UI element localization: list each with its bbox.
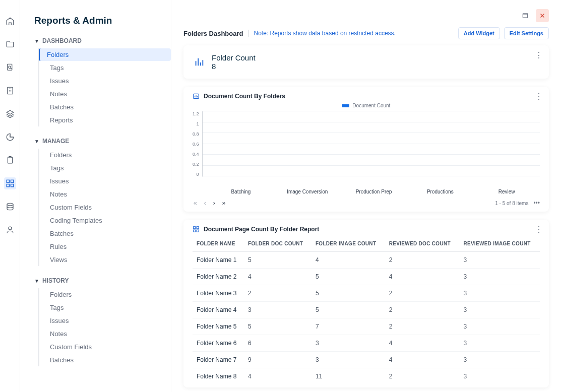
piechart-icon[interactable] <box>4 131 16 143</box>
sidebar-item[interactable]: Custom Fields <box>39 341 171 353</box>
table-cell: Folder Name 2 <box>193 269 244 285</box>
pager-last-icon[interactable]: » <box>221 200 227 207</box>
table-header[interactable]: REVIEWED DOC COUNT <box>385 236 460 252</box>
sidebar-item[interactable]: Folders <box>39 149 171 161</box>
database-icon[interactable] <box>4 201 16 213</box>
sidebar-item[interactable]: Tags <box>39 301 171 314</box>
folder-table: FOLDER NAMEFOLDER DOC COUNTFOLDER IMAGE … <box>193 236 540 384</box>
table-cell: 4 <box>244 368 311 385</box>
svg-point-9 <box>7 203 13 206</box>
page-count-table-widget: ⋮ Document Page Count By Folder Report F… <box>183 220 549 387</box>
table-header[interactable]: REVIEWED IMAGE COUNT <box>459 236 540 252</box>
edit-settings-button[interactable]: Edit Settings <box>504 27 549 39</box>
pager-first-icon[interactable]: « <box>193 200 198 207</box>
table-cell: 5 <box>311 285 385 302</box>
widget3-title: Document Page Count By Folder Report <box>204 226 319 233</box>
caret-down-icon: ▼ <box>34 278 39 284</box>
table-header[interactable]: FOLDER NAME <box>193 236 244 252</box>
table-row[interactable]: Folder Name 66343 <box>193 335 540 352</box>
sidebar-item[interactable]: Batches <box>39 354 171 366</box>
building-icon[interactable] <box>4 85 16 97</box>
table-cell: 6 <box>244 335 311 352</box>
table-cell: 2 <box>385 318 460 335</box>
section-header-dashboard[interactable]: ▼DASHBOARD <box>34 35 171 46</box>
sidebar-item[interactable]: Issues <box>39 75 171 87</box>
sidebar-item[interactable]: Batches <box>39 101 171 113</box>
table-cell: 5 <box>311 302 385 318</box>
table-row[interactable]: Folder Name 24543 <box>193 269 540 285</box>
chart-x-label: Review <box>473 189 540 194</box>
sidebar-item[interactable]: Folders <box>39 288 171 301</box>
table-cell: 3 <box>244 302 311 318</box>
sidebar-item[interactable]: Rules <box>39 240 171 253</box>
table-cell: 3 <box>459 269 540 285</box>
sidebar-item[interactable]: Coding Templates <box>39 214 171 227</box>
table-row[interactable]: Folder Name 43523 <box>193 302 540 318</box>
sidebar-item[interactable]: Reports <box>39 114 171 126</box>
sidebar-item[interactable]: Tags <box>39 61 171 74</box>
widget1-value: 8 <box>212 62 256 71</box>
table-cell: 2 <box>385 368 460 385</box>
pager-more-icon[interactable]: ••• <box>533 200 540 207</box>
page-title: Reports & Admin <box>34 15 171 26</box>
caret-down-icon: ▼ <box>34 139 39 144</box>
sidebar-item[interactable]: Batches <box>39 227 171 240</box>
table-row[interactable]: Folder Name 32523 <box>193 285 540 302</box>
pager-next-icon[interactable]: › <box>212 200 216 207</box>
table-cell: 3 <box>459 368 540 385</box>
svg-rect-15 <box>194 230 196 232</box>
caret-down-icon: ▼ <box>34 38 39 44</box>
search-doc-icon[interactable] <box>4 61 16 74</box>
table-row[interactable]: Folder Name 79343 <box>193 352 540 368</box>
svg-rect-8 <box>11 184 13 187</box>
chart-plot <box>202 111 540 177</box>
table-cell: 5 <box>244 252 311 269</box>
sidebar-item[interactable]: Notes <box>39 188 171 201</box>
sidebar-item[interactable]: Views <box>39 253 171 266</box>
chart-y-axis: 1.210.80.60.40.20 <box>193 111 202 177</box>
sidebar-item[interactable]: Custom Fields <box>39 201 171 214</box>
pager-prev-icon[interactable]: ‹ <box>203 200 207 207</box>
user-icon[interactable] <box>4 224 16 236</box>
sidebar-item[interactable]: Notes <box>39 88 171 100</box>
window-icon[interactable] <box>519 9 532 22</box>
sidebar-item[interactable]: Issues <box>39 175 171 187</box>
table-cell: Folder Name 7 <box>193 352 244 368</box>
svg-rect-6 <box>11 180 13 182</box>
table-cell: Folder Name 4 <box>193 302 244 318</box>
widget3-menu-icon[interactable]: ⋮ <box>535 225 543 234</box>
table-cell: 5 <box>244 318 311 335</box>
widget1-menu-icon[interactable]: ⋮ <box>535 50 543 60</box>
section-header-manage[interactable]: ▼MANAGE <box>34 136 171 147</box>
close-icon[interactable] <box>536 9 549 22</box>
folder-icon[interactable] <box>4 38 16 50</box>
table-cell: 3 <box>311 352 385 368</box>
sidebar-item[interactable]: Folders <box>39 48 171 61</box>
clipboard-icon[interactable] <box>4 154 16 166</box>
chart-x-label: Production Prep <box>341 189 407 194</box>
table-row[interactable]: Folder Name 55723 <box>193 318 540 335</box>
svg-rect-0 <box>7 64 12 70</box>
table-header[interactable]: FOLDER IMAGE COUNT <box>311 236 385 252</box>
widget2-menu-icon[interactable]: ⋮ <box>535 92 543 101</box>
layers-icon[interactable] <box>4 108 16 120</box>
home-icon[interactable] <box>4 15 16 27</box>
table-cell: 3 <box>459 352 540 368</box>
table-row[interactable]: Folder Name 15423 <box>193 252 540 269</box>
sidebar-item[interactable]: Tags <box>39 162 171 174</box>
table-row[interactable]: Folder Name 841123 <box>193 368 540 385</box>
svg-point-1 <box>9 66 11 69</box>
chart-x-label: Image Conversion <box>274 189 341 194</box>
svg-rect-5 <box>7 180 9 182</box>
table-cell: 2 <box>385 285 460 302</box>
add-widget-button[interactable]: Add Widget <box>458 27 500 39</box>
table-cell: Folder Name 6 <box>193 335 244 352</box>
sidebar-item[interactable]: Notes <box>39 328 171 340</box>
dashboard-icon[interactable] <box>4 177 16 189</box>
table-header[interactable]: FOLDER DOC COUNT <box>244 236 311 252</box>
chart-x-label: Productions <box>407 189 473 194</box>
sidebar-item[interactable]: Issues <box>39 314 171 327</box>
left-rail <box>0 0 20 392</box>
section-header-history[interactable]: ▼HISTORY <box>34 275 171 286</box>
table-cell: 3 <box>459 318 540 335</box>
